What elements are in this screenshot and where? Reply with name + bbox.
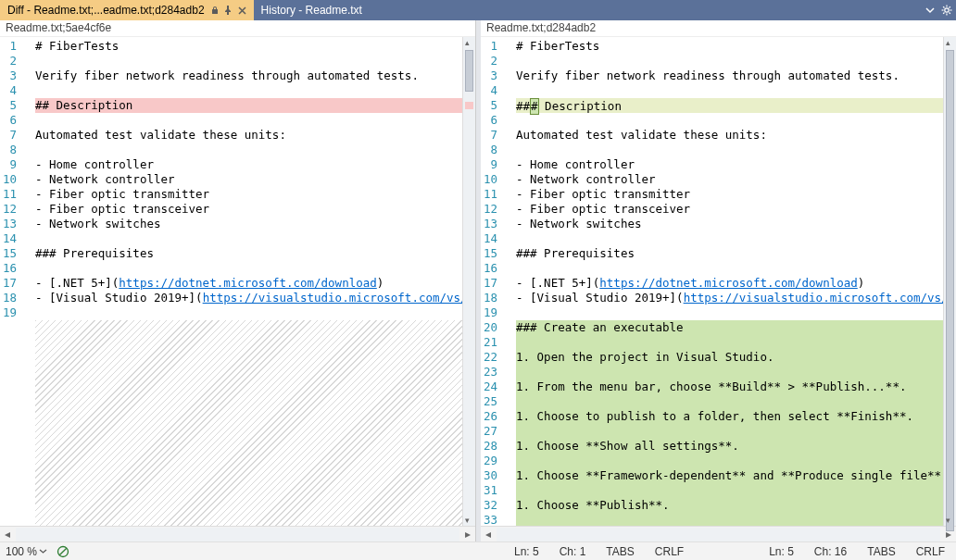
code-line: - [Visual Studio 2019+](https://visualst… bbox=[35, 291, 462, 305]
scroll-down-icon[interactable]: ▾ bbox=[946, 516, 950, 525]
code-line: 1. Choose **Framework-dependent** and **… bbox=[516, 468, 943, 483]
line-number: 15 bbox=[481, 246, 505, 261]
line-number: 6 bbox=[481, 113, 505, 128]
status-ch-right[interactable]: Ch: 16 bbox=[809, 545, 852, 558]
line-number: 31 bbox=[481, 483, 505, 498]
code-line: - Network switches bbox=[516, 217, 943, 231]
zoom-control[interactable]: 100 % bbox=[6, 545, 47, 558]
code-line: - Fiber optic transmitter bbox=[35, 187, 462, 202]
code-line bbox=[516, 305, 943, 320]
code-line: Automated test validate these units: bbox=[35, 128, 462, 143]
code-line: 1. Open the project in Visual Studio. bbox=[516, 350, 943, 365]
line-number: 18 bbox=[481, 291, 505, 305]
window-position-icon[interactable] bbox=[925, 5, 936, 16]
status-ln[interactable]: Ln: 5 bbox=[509, 545, 545, 558]
chevron-down-icon[interactable] bbox=[39, 547, 47, 555]
hyperlink[interactable]: https://dotnet.microsoft.com/download bbox=[119, 276, 376, 290]
svg-line-7 bbox=[943, 13, 944, 14]
code-line bbox=[516, 54, 943, 68]
status-eol-right[interactable]: CRLF bbox=[911, 545, 950, 558]
line-number: 8 bbox=[0, 143, 24, 157]
line-number: 19 bbox=[481, 305, 505, 320]
overview-ruler-left[interactable]: ▴ ▾ bbox=[462, 37, 475, 526]
lock-icon bbox=[210, 6, 220, 15]
code-right[interactable]: # FiberTestsVerify fiber network readine… bbox=[512, 37, 943, 526]
code-line: # FiberTests bbox=[35, 39, 462, 54]
scroll-right-icon[interactable]: ▸ bbox=[460, 528, 475, 541]
code-left[interactable]: # FiberTestsVerify fiber network readine… bbox=[31, 37, 462, 526]
status-ln-right[interactable]: Ln: 5 bbox=[763, 545, 799, 558]
scroll-left-icon[interactable]: ◂ bbox=[0, 528, 15, 541]
scroll-left-icon[interactable]: ◂ bbox=[481, 528, 496, 541]
code-line: 1. Choose **Publish**. bbox=[516, 498, 943, 513]
code-line: - Fiber optic transceiver bbox=[35, 202, 462, 217]
scroll-down-icon[interactable]: ▾ bbox=[465, 516, 470, 525]
line-number: 11 bbox=[481, 187, 505, 202]
code-line bbox=[35, 54, 462, 68]
zoom-value: 100 % bbox=[6, 545, 37, 558]
line-number: 14 bbox=[481, 231, 505, 246]
code-line: 1. From the menu bar, choose **Build** >… bbox=[516, 380, 943, 394]
scroll-up-icon[interactable]: ▴ bbox=[465, 38, 470, 47]
code-line: ### Prerequisites bbox=[516, 246, 943, 261]
tab-diff[interactable]: Diff - Readme.txt;...eadme.txt;d284adb2 bbox=[0, 0, 254, 20]
line-number: 11 bbox=[0, 187, 24, 202]
line-number: 32 bbox=[481, 498, 505, 513]
hyperlink[interactable]: https://dotnet.microsoft.com/download bbox=[599, 276, 857, 290]
code-line: - Fiber optic transmitter bbox=[516, 187, 943, 202]
line-number: 4 bbox=[481, 83, 505, 98]
code-line bbox=[516, 143, 943, 157]
line-number: 15 bbox=[0, 246, 24, 261]
status-indent[interactable]: TABS bbox=[600, 545, 639, 558]
line-number: 25 bbox=[481, 394, 505, 409]
scroll-up-icon[interactable]: ▴ bbox=[946, 38, 950, 47]
hyperlink[interactable]: https://visualstudio.microsoft.com/vs/ bbox=[684, 291, 943, 305]
line-number: 10 bbox=[0, 172, 24, 187]
line-number: 8 bbox=[481, 143, 505, 157]
code-line bbox=[35, 143, 462, 157]
code-line bbox=[516, 394, 943, 409]
code-line: - [.NET 5+](https://dotnet.microsoft.com… bbox=[516, 276, 943, 291]
scroll-thumb[interactable] bbox=[465, 50, 473, 92]
line-number: 23 bbox=[481, 365, 505, 380]
scroll-track[interactable] bbox=[497, 528, 940, 541]
status-indent-right[interactable]: TABS bbox=[862, 545, 900, 558]
hyperlink[interactable]: https://visualstudio.microsoft.com/vs/ bbox=[203, 291, 462, 305]
code-line bbox=[516, 231, 943, 246]
diff-mark-del bbox=[465, 102, 473, 109]
code-line: - Fiber optic transceiver bbox=[516, 202, 943, 217]
close-icon[interactable] bbox=[238, 6, 246, 15]
tab-label: Diff - Readme.txt;...eadme.txt;d284adb2 bbox=[7, 4, 205, 17]
scroll-thumb[interactable] bbox=[946, 50, 954, 531]
status-ch[interactable]: Ch: 1 bbox=[554, 545, 592, 558]
code-line: ### Prerequisites bbox=[35, 246, 462, 261]
line-number: 16 bbox=[0, 261, 24, 276]
hscroll-right[interactable]: ◂ ▸ bbox=[481, 526, 956, 541]
svg-line-8 bbox=[950, 6, 950, 7]
line-number: 2 bbox=[481, 54, 505, 68]
line-number: 2 bbox=[0, 54, 24, 68]
code-line bbox=[35, 261, 462, 276]
pane-header-right: Readme.txt;d284adb2 bbox=[481, 20, 956, 37]
code-line: ## Description bbox=[35, 98, 462, 113]
line-number: 22 bbox=[481, 350, 505, 365]
line-number: 16 bbox=[481, 261, 505, 276]
code-line bbox=[35, 113, 462, 128]
hscroll-left[interactable]: ◂ ▸ bbox=[0, 526, 475, 541]
scroll-track[interactable] bbox=[16, 528, 459, 541]
code-line bbox=[516, 113, 943, 128]
status-eol[interactable]: CRLF bbox=[649, 545, 689, 558]
line-number: 6 bbox=[0, 113, 24, 128]
line-number: 1 bbox=[0, 39, 24, 54]
code-line bbox=[35, 231, 462, 246]
tab-history[interactable]: History - Readme.txt bbox=[254, 0, 370, 20]
no-issues-icon[interactable] bbox=[57, 545, 69, 558]
overview-ruler-right[interactable]: ▴ ▾ bbox=[943, 37, 956, 526]
line-number: 29 bbox=[481, 454, 505, 468]
pin-icon[interactable] bbox=[223, 6, 233, 15]
gear-icon[interactable] bbox=[941, 5, 952, 16]
line-number: 14 bbox=[0, 231, 24, 246]
line-number: 13 bbox=[481, 217, 505, 231]
tab-label: History - Readme.txt bbox=[261, 4, 362, 17]
line-number: 7 bbox=[0, 128, 24, 143]
